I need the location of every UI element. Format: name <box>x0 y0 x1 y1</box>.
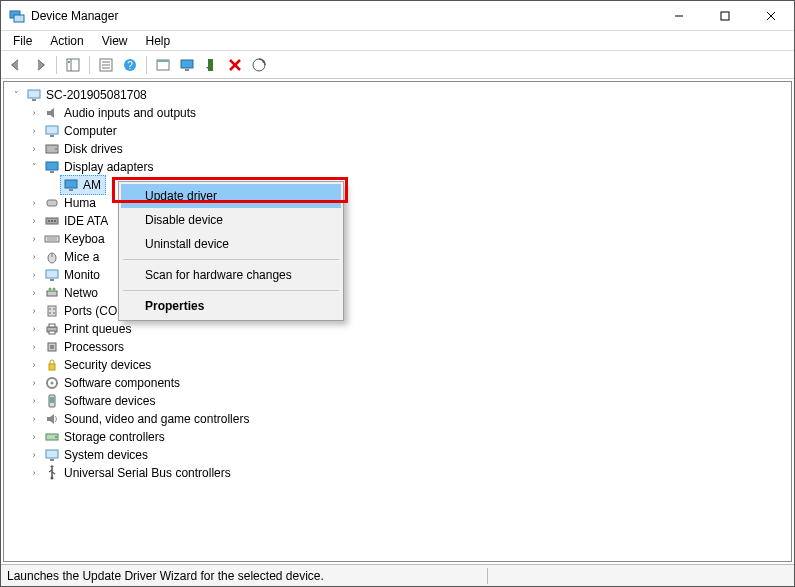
expander-closed-icon[interactable]: › <box>28 395 40 407</box>
tree-node[interactable]: ›System devices <box>28 446 789 464</box>
context-menu: Update driverDisable deviceUninstall dev… <box>118 181 344 321</box>
properties-button[interactable] <box>95 54 117 76</box>
device-manager-window: Device Manager File Action View Help ? <box>0 0 795 587</box>
context-menu-item[interactable]: Properties <box>121 294 341 318</box>
tree-node-label: Storage controllers <box>64 428 165 446</box>
expander-closed-icon[interactable]: › <box>28 197 40 209</box>
expander-closed-icon[interactable]: › <box>28 431 40 443</box>
expander-closed-icon[interactable]: › <box>28 215 40 227</box>
tree-node[interactable]: ›Security devices <box>28 356 789 374</box>
tree-node[interactable]: ›Software devices <box>28 392 789 410</box>
storage-icon <box>44 429 60 445</box>
svg-point-37 <box>54 220 56 222</box>
back-button[interactable] <box>5 54 27 76</box>
expander-closed-icon[interactable]: › <box>28 107 40 119</box>
keyboard-icon <box>44 231 60 247</box>
expander-closed-icon[interactable]: › <box>28 305 40 317</box>
display-icon <box>44 159 60 175</box>
svg-rect-43 <box>46 270 58 278</box>
expander-icon[interactable]: ˅ <box>10 89 22 101</box>
tree-node-label: Universal Serial Bus controllers <box>64 464 231 482</box>
toolbar-separator <box>89 56 90 74</box>
app-icon <box>9 8 25 24</box>
expander-closed-icon[interactable]: › <box>28 251 40 263</box>
svg-point-46 <box>49 288 52 291</box>
menu-file[interactable]: File <box>5 33 40 49</box>
security-icon <box>44 357 60 373</box>
scan-hardware-button[interactable] <box>248 54 270 76</box>
forward-button[interactable] <box>29 54 51 76</box>
tree-node[interactable]: ›Audio inputs and outputs <box>28 104 789 122</box>
svg-rect-55 <box>49 331 55 334</box>
tree-node[interactable]: ›Universal Serial Bus controllers <box>28 464 789 482</box>
tree-node[interactable]: ›Processors <box>28 338 789 356</box>
menu-view[interactable]: View <box>94 33 136 49</box>
tree-node-label: Software devices <box>64 392 155 410</box>
expander-closed-icon[interactable]: › <box>28 341 40 353</box>
expander-closed-icon[interactable]: › <box>28 377 40 389</box>
context-menu-separator <box>123 290 339 291</box>
cpu-icon <box>44 339 60 355</box>
expander-closed-icon[interactable]: › <box>28 359 40 371</box>
update-driver-button[interactable] <box>152 54 174 76</box>
tree-node[interactable]: ›Computer <box>28 122 789 140</box>
maximize-button[interactable] <box>702 1 748 31</box>
svg-rect-57 <box>50 345 54 349</box>
help-button[interactable]: ? <box>119 54 141 76</box>
statusbar: Launches the Update Driver Wizard for th… <box>1 564 794 586</box>
system-icon <box>44 447 60 463</box>
tree-node-label: Sound, video and game controllers <box>64 410 249 428</box>
tree-node[interactable]: ›Print queues <box>28 320 789 338</box>
svg-rect-6 <box>67 59 79 71</box>
mouse-icon <box>44 249 60 265</box>
expander-open-icon[interactable]: ˅ <box>28 161 40 173</box>
tree-node[interactable]: ˅Display adapters <box>28 158 789 176</box>
enable-device-button[interactable] <box>200 54 222 76</box>
expander-closed-icon[interactable]: › <box>28 287 40 299</box>
svg-text:?: ? <box>127 60 133 71</box>
context-menu-item[interactable]: Scan for hardware changes <box>121 263 341 287</box>
close-button[interactable] <box>748 1 794 31</box>
menu-help[interactable]: Help <box>138 33 179 49</box>
svg-point-50 <box>53 308 55 310</box>
show-hide-console-tree-button[interactable] <box>62 54 84 76</box>
ports-icon <box>44 303 60 319</box>
tree-node-label: Mice a <box>64 248 99 266</box>
expander-closed-icon[interactable]: › <box>28 413 40 425</box>
sound-icon <box>44 411 60 427</box>
tree-node-label: Computer <box>64 122 117 140</box>
tree-node[interactable]: ›Disk drives <box>28 140 789 158</box>
expander-closed-icon[interactable]: › <box>28 467 40 479</box>
tree-node[interactable]: ›Storage controllers <box>28 428 789 446</box>
context-menu-item[interactable]: Disable device <box>121 208 341 232</box>
tree-node-label: Security devices <box>64 356 151 374</box>
tree-node-label: Display adapters <box>64 158 153 176</box>
svg-point-35 <box>48 220 50 222</box>
svg-rect-31 <box>65 180 77 188</box>
expander-closed-icon[interactable]: › <box>28 233 40 245</box>
device-tree-panel[interactable]: ˅ SC-201905081708 ›Audio inputs and outp… <box>3 81 792 562</box>
expander-closed-icon[interactable]: › <box>28 323 40 335</box>
svg-rect-23 <box>28 90 40 98</box>
minimize-button[interactable] <box>656 1 702 31</box>
expander-closed-icon[interactable]: › <box>28 125 40 137</box>
tree-node-label: Processors <box>64 338 124 356</box>
context-menu-item[interactable]: Update driver <box>121 184 341 208</box>
toolbar-separator <box>146 56 147 74</box>
expander-closed-icon[interactable]: › <box>28 143 40 155</box>
computer-icon <box>44 123 60 139</box>
monitor-icon <box>44 267 60 283</box>
svg-point-49 <box>49 308 51 310</box>
uninstall-device-button[interactable] <box>224 54 246 76</box>
svg-rect-29 <box>46 162 58 170</box>
menu-action[interactable]: Action <box>42 33 91 49</box>
context-menu-item[interactable]: Uninstall device <box>121 232 341 256</box>
tree-node[interactable]: ›Software components <box>28 374 789 392</box>
expander-closed-icon[interactable]: › <box>28 269 40 281</box>
svg-rect-24 <box>32 99 36 101</box>
tree-node[interactable]: ›Sound, video and game controllers <box>28 410 789 428</box>
expander-closed-icon[interactable]: › <box>28 449 40 461</box>
tree-root-node[interactable]: ˅ SC-201905081708 <box>10 86 789 104</box>
svg-rect-32 <box>69 189 73 191</box>
monitor-toolbar-button[interactable] <box>176 54 198 76</box>
